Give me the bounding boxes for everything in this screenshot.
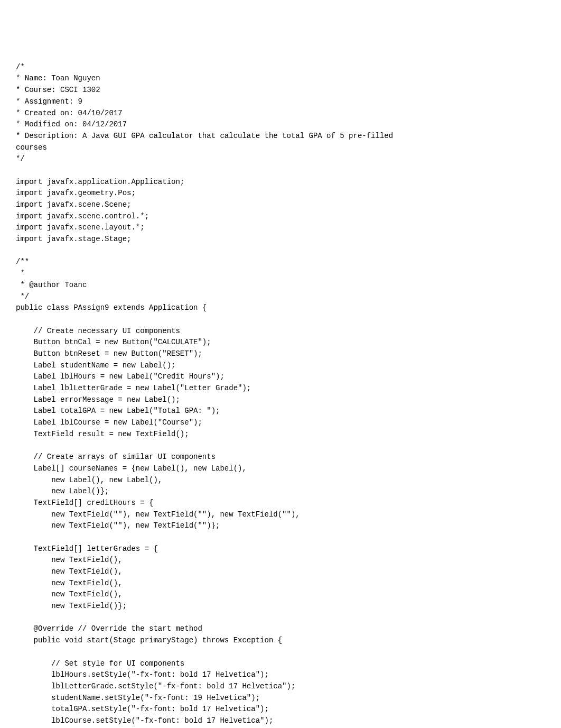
code-line: */ [16, 292, 29, 301]
code-line: Label lblLetterGrade = new Label("Letter… [16, 384, 251, 392]
code-line: Button btnReset = new Button("RESET"); [16, 349, 202, 358]
code-line: studentName.setStyle("-fx-font: 19 Helve… [16, 694, 260, 702]
code-line: Label[] courseNames = {new Label(), new … [16, 464, 247, 473]
code-line: import javafx.scene.Scene; [16, 200, 131, 209]
code-line: @Override // Override the start method [16, 624, 202, 633]
code-line: /** [16, 257, 29, 266]
code-line: courses [16, 143, 47, 152]
code-line: new Label()}; [16, 487, 109, 495]
code-line: totalGPA.setStyle("-fx-font: bold 17 Hel… [16, 705, 269, 713]
code-line: Label errorMessage = new Label(); [16, 395, 180, 404]
code-line: * Course: CSCI 1302 [16, 86, 100, 94]
code-line: lblHours.setStyle("-fx-font: bold 17 Hel… [16, 670, 269, 679]
code-line: new TextField(), [16, 556, 123, 564]
code-line: new TextField(""), new TextField("")}; [16, 521, 220, 530]
code-line: public void start(Stage primaryStage) th… [16, 636, 282, 644]
code-line: new Label(), new Label(), [16, 476, 162, 484]
code-line: * Modified on: 04/12/2017 [16, 120, 127, 128]
code-line: TextField[] letterGrades = { [16, 545, 158, 553]
code-line: Button btnCal = new Button("CALCULATE"); [16, 338, 211, 346]
code-line: new TextField()}; [16, 602, 127, 610]
code-line: // Create arrays of similar UI component… [16, 453, 216, 461]
code-line: // Create necessary UI components [16, 327, 180, 335]
code-line: import javafx.stage.Stage; [16, 235, 131, 243]
code-line: * Assignment: 9 [16, 97, 82, 106]
code-line: Label lblHours = new Label("Credit Hours… [16, 372, 225, 381]
code-line: TextField result = new TextField(); [16, 430, 189, 438]
code-line: Label lblCourse = new Label("Course"); [16, 418, 202, 427]
code-line: public class PAssign9 extends Applicatio… [16, 303, 207, 312]
code-line: import javafx.application.Application; [16, 178, 184, 186]
code-line: * Created on: 04/10/2017 [16, 109, 123, 117]
java-source-code: /* * Name: Toan Nguyen * Course: CSCI 13… [16, 62, 545, 727]
code-line: lblCourse.setStyle("-fx-font: bold 17 He… [16, 716, 273, 725]
code-line: new TextField(), [16, 579, 123, 587]
code-line: Label studentName = new Label(); [16, 361, 175, 370]
code-line: * @author Toanc [16, 281, 87, 289]
code-line: new TextField(""), new TextField(""), ne… [16, 510, 300, 519]
code-line: * [16, 269, 25, 278]
code-line: */ [16, 154, 25, 163]
code-line: /* [16, 63, 25, 71]
code-line: import javafx.scene.layout.*; [16, 223, 145, 232]
code-line: * Description: A Java GUI GPA calculator… [16, 132, 393, 140]
code-line: * Name: Toan Nguyen [16, 74, 100, 82]
code-line: Label totalGPA = new Label("Total GPA: "… [16, 407, 220, 415]
code-line: new TextField(), [16, 567, 123, 576]
code-line: // Set style for UI components [16, 659, 184, 668]
code-line: lblLetterGrade.setStyle("-fx-font: bold … [16, 682, 295, 690]
code-line: import javafx.scene.control.*; [16, 212, 149, 220]
code-line: TextField[] creditHours = { [16, 499, 153, 507]
code-line: new TextField(), [16, 590, 123, 598]
code-line: import javafx.geometry.Pos; [16, 189, 136, 197]
